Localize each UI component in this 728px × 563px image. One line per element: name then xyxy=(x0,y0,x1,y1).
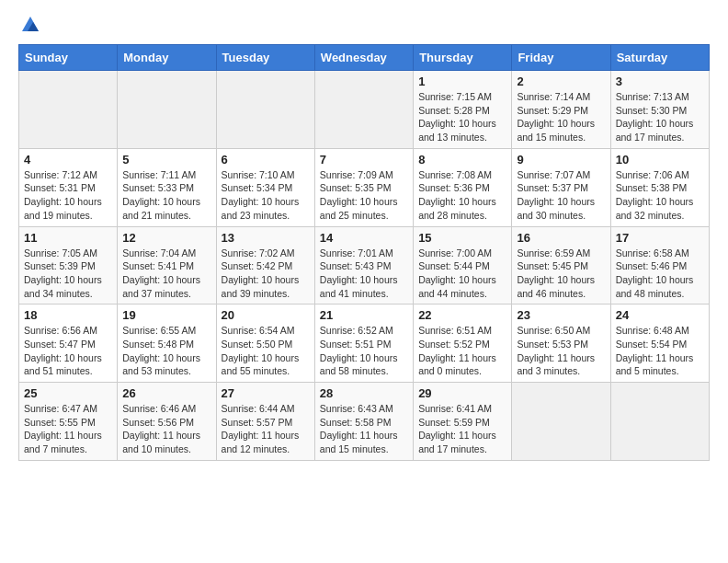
calendar-cell: 2Sunrise: 7:14 AM Sunset: 5:29 PM Daylig… xyxy=(512,71,610,149)
day-info: Sunrise: 7:00 AM Sunset: 5:44 PM Dayligh… xyxy=(418,247,506,301)
day-number: 26 xyxy=(122,386,210,400)
calendar-cell xyxy=(610,383,709,461)
calendar-week-row: 1Sunrise: 7:15 AM Sunset: 5:28 PM Daylig… xyxy=(19,71,710,149)
day-number: 7 xyxy=(320,153,408,167)
calendar-cell: 5Sunrise: 7:11 AM Sunset: 5:33 PM Daylig… xyxy=(118,148,216,226)
column-header-saturday: Saturday xyxy=(610,45,709,71)
day-number: 27 xyxy=(222,386,310,400)
day-info: Sunrise: 6:43 AM Sunset: 5:58 PM Dayligh… xyxy=(320,402,408,456)
day-info: Sunrise: 6:59 AM Sunset: 5:45 PM Dayligh… xyxy=(517,247,605,301)
calendar-cell: 15Sunrise: 7:00 AM Sunset: 5:44 PM Dayli… xyxy=(414,226,512,304)
column-header-friday: Friday xyxy=(512,45,610,71)
calendar-cell: 22Sunrise: 6:51 AM Sunset: 5:52 PM Dayli… xyxy=(414,304,512,383)
calendar-week-row: 25Sunrise: 6:47 AM Sunset: 5:55 PM Dayli… xyxy=(19,383,710,461)
calendar-cell xyxy=(216,71,314,149)
calendar-cell: 21Sunrise: 6:52 AM Sunset: 5:51 PM Dayli… xyxy=(314,304,413,383)
day-info: Sunrise: 6:50 AM Sunset: 5:53 PM Dayligh… xyxy=(517,324,605,378)
day-number: 28 xyxy=(320,386,408,400)
day-number: 20 xyxy=(222,308,310,322)
day-number: 9 xyxy=(517,153,605,167)
day-number: 12 xyxy=(122,231,210,245)
day-info: Sunrise: 7:10 AM Sunset: 5:34 PM Dayligh… xyxy=(222,168,310,223)
column-header-sunday: Sunday xyxy=(19,45,118,71)
calendar-cell: 17Sunrise: 6:58 AM Sunset: 5:46 PM Dayli… xyxy=(610,226,709,304)
day-info: Sunrise: 6:54 AM Sunset: 5:50 PM Dayligh… xyxy=(222,324,310,378)
day-number: 29 xyxy=(418,386,506,400)
calendar-cell: 27Sunrise: 6:44 AM Sunset: 5:57 PM Dayli… xyxy=(216,383,314,461)
column-header-tuesday: Tuesday xyxy=(216,45,314,71)
day-info: Sunrise: 6:47 AM Sunset: 5:55 PM Dayligh… xyxy=(24,402,112,456)
calendar-cell: 26Sunrise: 6:46 AM Sunset: 5:56 PM Dayli… xyxy=(118,383,216,461)
day-info: Sunrise: 6:44 AM Sunset: 5:57 PM Dayligh… xyxy=(222,402,310,456)
day-info: Sunrise: 6:52 AM Sunset: 5:51 PM Dayligh… xyxy=(320,324,408,378)
calendar-cell: 4Sunrise: 7:12 AM Sunset: 5:31 PM Daylig… xyxy=(19,148,118,226)
calendar-cell xyxy=(118,71,216,149)
day-number: 17 xyxy=(616,231,704,245)
day-number: 21 xyxy=(320,308,408,322)
column-header-monday: Monday xyxy=(118,45,216,71)
calendar-cell: 6Sunrise: 7:10 AM Sunset: 5:34 PM Daylig… xyxy=(216,148,314,226)
calendar-week-row: 11Sunrise: 7:05 AM Sunset: 5:39 PM Dayli… xyxy=(19,226,710,304)
day-info: Sunrise: 7:01 AM Sunset: 5:43 PM Dayligh… xyxy=(320,247,408,301)
calendar-cell: 13Sunrise: 7:02 AM Sunset: 5:42 PM Dayli… xyxy=(216,226,314,304)
calendar-cell: 7Sunrise: 7:09 AM Sunset: 5:35 PM Daylig… xyxy=(314,148,413,226)
day-number: 14 xyxy=(320,231,408,245)
calendar-cell: 10Sunrise: 7:06 AM Sunset: 5:38 PM Dayli… xyxy=(610,148,709,226)
day-info: Sunrise: 6:46 AM Sunset: 5:56 PM Dayligh… xyxy=(122,402,210,456)
calendar-week-row: 4Sunrise: 7:12 AM Sunset: 5:31 PM Daylig… xyxy=(19,148,710,226)
day-info: Sunrise: 6:48 AM Sunset: 5:54 PM Dayligh… xyxy=(616,324,704,378)
day-info: Sunrise: 7:06 AM Sunset: 5:38 PM Dayligh… xyxy=(616,168,704,223)
day-number: 25 xyxy=(24,386,112,400)
day-info: Sunrise: 7:08 AM Sunset: 5:36 PM Dayligh… xyxy=(418,168,506,223)
calendar-week-row: 18Sunrise: 6:56 AM Sunset: 5:47 PM Dayli… xyxy=(19,304,710,383)
day-number: 13 xyxy=(222,231,310,245)
calendar-cell: 12Sunrise: 7:04 AM Sunset: 5:41 PM Dayli… xyxy=(118,226,216,304)
day-number: 16 xyxy=(517,231,605,245)
calendar-cell: 14Sunrise: 7:01 AM Sunset: 5:43 PM Dayli… xyxy=(314,226,413,304)
day-number: 1 xyxy=(418,75,506,88)
calendar-cell xyxy=(512,383,610,461)
logo xyxy=(18,15,40,35)
day-info: Sunrise: 7:09 AM Sunset: 5:35 PM Dayligh… xyxy=(320,168,408,223)
column-header-thursday: Thursday xyxy=(414,45,512,71)
calendar-cell: 28Sunrise: 6:43 AM Sunset: 5:58 PM Dayli… xyxy=(314,383,413,461)
day-info: Sunrise: 6:41 AM Sunset: 5:59 PM Dayligh… xyxy=(418,402,506,456)
calendar-cell: 1Sunrise: 7:15 AM Sunset: 5:28 PM Daylig… xyxy=(414,71,512,149)
calendar-cell: 8Sunrise: 7:08 AM Sunset: 5:36 PM Daylig… xyxy=(414,148,512,226)
calendar-cell: 18Sunrise: 6:56 AM Sunset: 5:47 PM Dayli… xyxy=(19,304,118,383)
day-info: Sunrise: 7:07 AM Sunset: 5:37 PM Dayligh… xyxy=(517,168,605,223)
day-info: Sunrise: 7:12 AM Sunset: 5:31 PM Dayligh… xyxy=(24,168,112,223)
day-info: Sunrise: 7:05 AM Sunset: 5:39 PM Dayligh… xyxy=(24,247,112,301)
day-info: Sunrise: 7:04 AM Sunset: 5:41 PM Dayligh… xyxy=(122,247,210,301)
calendar-cell: 3Sunrise: 7:13 AM Sunset: 5:30 PM Daylig… xyxy=(610,71,709,149)
calendar-cell: 23Sunrise: 6:50 AM Sunset: 5:53 PM Dayli… xyxy=(512,304,610,383)
day-number: 8 xyxy=(418,153,506,167)
day-number: 4 xyxy=(24,153,112,167)
day-info: Sunrise: 7:11 AM Sunset: 5:33 PM Dayligh… xyxy=(122,168,210,223)
day-info: Sunrise: 6:56 AM Sunset: 5:47 PM Dayligh… xyxy=(24,324,112,378)
day-number: 2 xyxy=(517,75,605,88)
calendar-cell: 20Sunrise: 6:54 AM Sunset: 5:50 PM Dayli… xyxy=(216,304,314,383)
day-number: 23 xyxy=(517,308,605,322)
calendar-header-row: SundayMondayTuesdayWednesdayThursdayFrid… xyxy=(19,45,710,71)
column-header-wednesday: Wednesday xyxy=(314,45,413,71)
calendar-cell xyxy=(314,71,413,149)
calendar-cell: 29Sunrise: 6:41 AM Sunset: 5:59 PM Dayli… xyxy=(414,383,512,461)
day-number: 18 xyxy=(24,308,112,322)
logo-icon xyxy=(20,15,40,35)
day-number: 5 xyxy=(122,153,210,167)
day-info: Sunrise: 7:02 AM Sunset: 5:42 PM Dayligh… xyxy=(222,247,310,301)
calendar-cell: 24Sunrise: 6:48 AM Sunset: 5:54 PM Dayli… xyxy=(610,304,709,383)
day-info: Sunrise: 6:51 AM Sunset: 5:52 PM Dayligh… xyxy=(418,324,506,378)
day-number: 15 xyxy=(418,231,506,245)
calendar-table: SundayMondayTuesdayWednesdayThursdayFrid… xyxy=(18,44,710,461)
calendar-cell: 11Sunrise: 7:05 AM Sunset: 5:39 PM Dayli… xyxy=(19,226,118,304)
calendar-cell: 19Sunrise: 6:55 AM Sunset: 5:48 PM Dayli… xyxy=(118,304,216,383)
calendar-cell xyxy=(19,71,118,149)
day-number: 19 xyxy=(122,308,210,322)
calendar-cell: 9Sunrise: 7:07 AM Sunset: 5:37 PM Daylig… xyxy=(512,148,610,226)
day-number: 11 xyxy=(24,231,112,245)
day-info: Sunrise: 7:13 AM Sunset: 5:30 PM Dayligh… xyxy=(616,90,704,144)
day-info: Sunrise: 6:55 AM Sunset: 5:48 PM Dayligh… xyxy=(122,324,210,378)
day-number: 3 xyxy=(616,75,704,88)
